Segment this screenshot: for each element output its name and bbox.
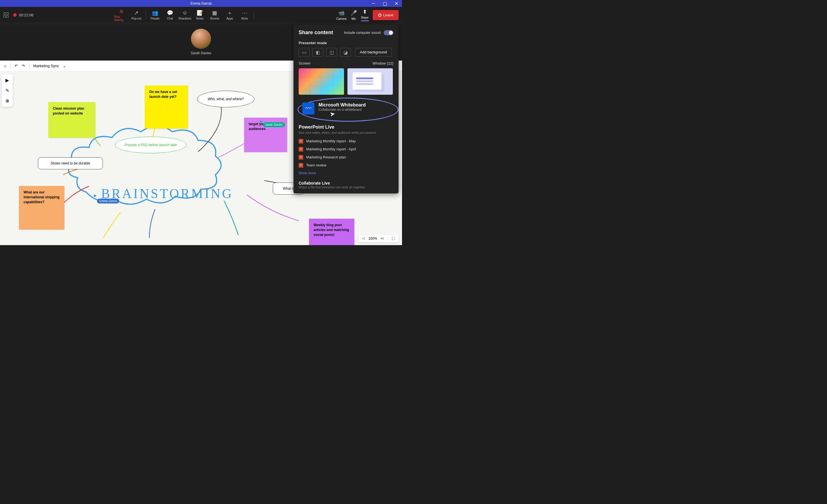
sticky-note[interactable]: Clean mission plan posted on website <box>48 102 95 138</box>
pen-tool-icon[interactable]: ✎ <box>4 87 10 94</box>
sticky-note[interactable]: Do we have a set launch date yet? <box>145 86 188 129</box>
meeting-toolbar: 00:22:06 ⧆Stop sharing ↗Pop-out 👥People … <box>0 7 402 23</box>
presentermode-reporter[interactable]: ◪ <box>340 48 351 57</box>
gallery-view-icon[interactable] <box>3 12 9 17</box>
remote-cursor-icon: ➤ <box>259 119 263 124</box>
remote-cursor-icon: ➤ <box>93 193 97 198</box>
chevron-down-icon[interactable]: ⌄ <box>63 64 66 68</box>
recording-indicator-icon <box>13 13 17 17</box>
include-sound-label: Include computer sound <box>344 31 381 35</box>
cursor-tool-icon[interactable]: ▶ <box>4 77 10 83</box>
add-background-button[interactable]: Add background <box>355 48 392 57</box>
leave-button[interactable]: ⏻Leave <box>373 10 399 20</box>
powerpoint-file-item[interactable]: PTeam review <box>299 161 393 169</box>
powerpoint-live-sub: See your notes, slides, and audience whi… <box>299 131 393 134</box>
zoom-in-button[interactable]: +⃝ <box>381 237 384 241</box>
whiteboard-toolbox: ▶ ✎ ⊕ <box>2 74 13 107</box>
share-button[interactable]: ⬆Share <box>361 9 369 21</box>
participant-tile[interactable]: Sarah Davies <box>191 29 211 55</box>
popout-button[interactable]: ↗Pop-out <box>129 8 144 21</box>
speech-bubble[interactable]: Prepare a FAQ before launch date <box>115 137 187 153</box>
powerpoint-icon: P <box>299 163 303 168</box>
people-button[interactable]: 👥People <box>148 8 162 21</box>
remote-cursor-label: Sarah Davies <box>263 122 285 127</box>
share-content-panel: Share content Include computer sound Pre… <box>293 24 399 194</box>
window-title: Emma Garcia <box>190 1 211 5</box>
presentermode-content-only[interactable]: ▭ <box>299 48 309 57</box>
stop-sharing-button[interactable]: ⧆Stop sharing <box>114 8 129 21</box>
hangup-icon: ⏻ <box>378 13 382 17</box>
collaborate-live-heading: Collaborate Live <box>299 181 393 186</box>
redo-button[interactable]: ↷ <box>22 64 25 68</box>
include-sound-toggle[interactable] <box>384 30 393 35</box>
more-button[interactable]: ⋯More <box>237 8 252 21</box>
notes-button[interactable]: 📝Notes <box>192 8 207 21</box>
zoom-control: −⃝ 100% +⃝ | ⛶ <box>358 235 399 242</box>
powerpoint-file-item[interactable]: PMarketing Monthly report - May <box>299 137 393 145</box>
fit-screen-button[interactable]: ⛶ <box>392 237 395 241</box>
home-icon[interactable]: ⌂ <box>4 64 6 68</box>
thought-bubble[interactable]: Who, what, and where? <box>197 91 254 107</box>
powerpoint-live-heading: PowerPoint Live <box>299 124 393 130</box>
maximize-button[interactable]: ▢ <box>379 0 391 7</box>
rooms-button[interactable]: ▦Rooms <box>207 8 222 21</box>
chat-button[interactable]: 💬Chat <box>162 8 178 21</box>
apps-button[interactable]: ＋Apps <box>222 8 237 21</box>
text-box[interactable]: Shoes need to be durable <box>38 157 103 169</box>
powerpoint-icon: P <box>299 139 303 144</box>
zoom-level: 100% <box>369 237 377 241</box>
show-more-link[interactable]: Show more <box>299 169 393 177</box>
window-section-label: Window (12) <box>373 61 393 65</box>
mic-button[interactable]: 🎤Mic <box>351 10 357 20</box>
meeting-timer: 00:22:06 <box>19 13 34 17</box>
reactions-button[interactable]: ☺Reactions <box>178 8 192 21</box>
powerpoint-file-item[interactable]: PMarketing Research plan <box>299 153 393 161</box>
share-whiteboard-option[interactable]: 〰 Microsoft Whiteboard Collaborate on a … <box>297 98 399 122</box>
minimize-button[interactable]: ─ <box>368 0 379 7</box>
collaborate-live-sub: Share a file that everyone can work on t… <box>299 186 393 189</box>
presenter-mode-label: Presenter mode <box>299 41 393 45</box>
remote-cursor-label: Emma Garcia <box>97 199 119 203</box>
avatar <box>191 29 211 49</box>
presentermode-side-by-side[interactable]: ◫ <box>326 48 337 57</box>
participant-name: Sarah Davies <box>191 51 211 55</box>
close-button[interactable]: ✕ <box>391 0 402 7</box>
whiteboard-icon: 〰 <box>302 102 314 114</box>
sticky-note[interactable]: Weekly blog post articles and matching s… <box>309 219 354 245</box>
powerpoint-icon: P <box>299 155 303 160</box>
add-tool-icon[interactable]: ⊕ <box>4 98 10 104</box>
share-panel-title: Share content <box>299 30 333 36</box>
board-title[interactable]: Marketing Sync <box>33 64 59 68</box>
whiteboard-option-title: Microsoft Whiteboard <box>319 102 366 108</box>
presentermode-standout[interactable]: ◧ <box>312 48 323 57</box>
camera-button[interactable]: 📹Camera <box>336 10 347 20</box>
sticky-note[interactable]: What are our international shipping capa… <box>19 186 64 230</box>
zoom-out-button[interactable]: −⃝ <box>361 237 365 241</box>
canvas-heading[interactable]: BRAINSTORMING <box>101 186 234 201</box>
window-titlebar: Emma Garcia ─ ▢ ✕ <box>0 0 402 7</box>
powerpoint-file-item[interactable]: PMarketing Monthly report - April <box>299 145 393 153</box>
share-screen-thumb[interactable] <box>299 68 344 95</box>
whiteboard-option-sub: Collaborate on a whiteboard <box>319 108 366 112</box>
undo-button[interactable]: ↶ <box>15 64 18 68</box>
powerpoint-icon: P <box>299 147 303 152</box>
share-window-thumb[interactable] <box>347 68 393 95</box>
screen-section-label: Screen <box>299 61 310 65</box>
